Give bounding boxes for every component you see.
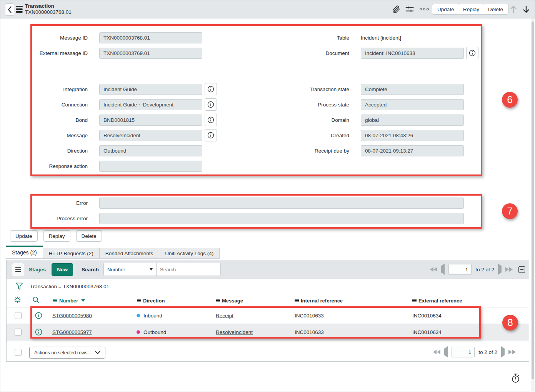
last-page-icon[interactable] [505,267,513,272]
first-page-icon[interactable] [433,350,440,354]
previous-record-icon[interactable] [509,4,518,16]
message-id-label: Message ID [6,35,88,41]
message-id-field[interactable]: TXN0000003768.01 [99,32,202,43]
row-checkbox[interactable] [15,329,22,336]
stage-number-link[interactable]: STG0000005977 [52,329,92,335]
footer-delete-button[interactable]: Delete [76,230,102,242]
integration-label: Integration [6,86,88,92]
connection-field[interactable]: Incident Guide ~ Development [99,99,202,110]
scrollbar-thumb[interactable] [532,22,534,379]
inbound-direction-dot [137,314,140,317]
stage-message-link[interactable]: Receipt [216,313,233,319]
process-state-field[interactable]: Accepted [361,99,464,110]
column-menu-icon [53,299,57,302]
internal-reference-cell: INC0010633 [295,329,324,335]
search-column-select[interactable]: Number [104,263,157,276]
list-personalize-gear-icon[interactable] [13,296,22,305]
connection-preview-button[interactable] [205,98,217,111]
column-header-number[interactable]: Number [53,297,85,303]
list-title: Stages [29,267,46,272]
personalize-form-icon[interactable] [405,5,414,15]
tab-http-requests[interactable]: HTTP Requests (2) [43,248,100,259]
form-context-menu-icon[interactable] [16,6,23,13]
list-pagination-bottom: to 2 of 2 [433,347,516,357]
list-search-input[interactable] [157,263,220,276]
document-preview-button[interactable] [466,47,478,59]
message-preview-button[interactable] [205,129,217,141]
created-label: Created [268,133,349,138]
previous-page-icon[interactable] [444,349,448,355]
row-preview-icon[interactable] [35,312,42,319]
previous-page-icon[interactable] [441,266,445,273]
header-replay-button[interactable]: Replay [458,4,485,15]
list-column-header-row: Number Direction Message Internal refere… [7,294,529,307]
response-time-indicator-icon[interactable] [510,373,521,385]
vertical-scrollbar[interactable] [531,18,534,391]
integration-preview-button[interactable] [205,83,217,95]
actions-select-value: Actions on selected rows... [34,350,92,355]
footer-replay-button[interactable]: Replay [43,230,70,242]
last-page-icon[interactable] [508,350,516,354]
footer-update-button[interactable]: Update [10,230,38,242]
column-header-internal-reference[interactable]: Internal reference [295,297,343,303]
tab-bonded-attachments[interactable]: Bonded Attachments [99,248,160,259]
column-header-message[interactable]: Message [216,297,243,303]
column-menu-icon [412,299,417,302]
domain-field[interactable]: global [361,115,464,126]
row-checkbox[interactable] [15,312,22,319]
more-options-icon[interactable] [420,8,429,10]
form-section-ids-right: Table Incident [incident] Document Incid… [268,30,478,61]
tab-stages[interactable]: Stages (2) [6,246,43,259]
integration-field[interactable]: Incident Guide [99,84,202,95]
column-header-label: Message [222,297,243,303]
list-search-icon[interactable] [32,296,40,305]
next-page-icon[interactable] [498,266,502,273]
list-context-menu-icon[interactable] [12,263,24,276]
process-error-field[interactable] [99,213,464,224]
section-divider [6,175,529,175]
back-button[interactable] [5,3,14,16]
tab-unifi-activity-logs[interactable]: Unifi Activity Logs (4) [159,248,220,259]
message-field[interactable]: ResolveIncident [99,130,202,141]
info-icon [207,132,214,139]
form-section-main-left: Integration Incident Guide Connection In… [6,81,217,174]
next-record-icon[interactable] [522,4,531,16]
receipt-due-by-field[interactable]: 08-07-2021 09:13:27 [361,145,464,156]
external-message-id-field[interactable]: TXN0000003769.01 [99,48,202,59]
select-all-checkbox[interactable] [15,349,22,356]
first-page-icon[interactable] [430,267,437,272]
actions-on-selected-rows-select[interactable]: Actions on selected rows... [29,347,105,359]
direction-cell: Outbound [143,329,166,335]
stage-number-link[interactable]: STG0000005980 [52,313,92,319]
response-action-field[interactable] [99,161,202,172]
next-page-icon[interactable] [501,349,505,355]
row-preview-icon[interactable] [35,329,42,336]
filter-funnel-icon[interactable] [15,282,23,291]
page-number-input[interactable] [448,264,472,275]
document-field[interactable]: Incident: INC0010633 [361,48,464,59]
bond-field[interactable]: BND0001815 [99,115,202,126]
attachment-icon[interactable] [392,5,401,15]
column-header-direction[interactable]: Direction [137,297,165,303]
form-section-ids-left: Message ID TXN0000003768.01 External mes… [6,30,202,61]
error-field[interactable] [99,198,464,209]
direction-field[interactable]: Outbound [99,145,202,156]
outbound-direction-dot [137,331,140,334]
column-header-external-reference[interactable]: External reference [412,297,462,303]
filter-breadcrumb[interactable]: Transaction = TXN0000003768.01 [30,284,109,289]
header-update-button[interactable]: Update [432,4,460,15]
info-icon [207,101,214,108]
collapse-list-icon[interactable] [518,266,525,273]
header-delete-button[interactable]: Delete [483,4,508,15]
stage-message-link[interactable]: ResolveIncident [216,329,253,335]
sort-descending-icon [81,299,85,302]
stages-related-list: Stages New Search Number to 2 of 2 [6,260,529,362]
transaction-state-field[interactable]: Complete [361,84,464,95]
internal-reference-cell: INC0010633 [295,313,324,319]
external-message-id-label: External message ID [6,50,88,56]
transaction-state-label: Transaction state [268,86,349,92]
page-number-input[interactable] [452,347,475,357]
new-stage-button[interactable]: New [52,263,73,276]
bond-preview-button[interactable] [205,114,217,126]
created-field[interactable]: 08-07-2021 08:43:26 [361,130,464,141]
